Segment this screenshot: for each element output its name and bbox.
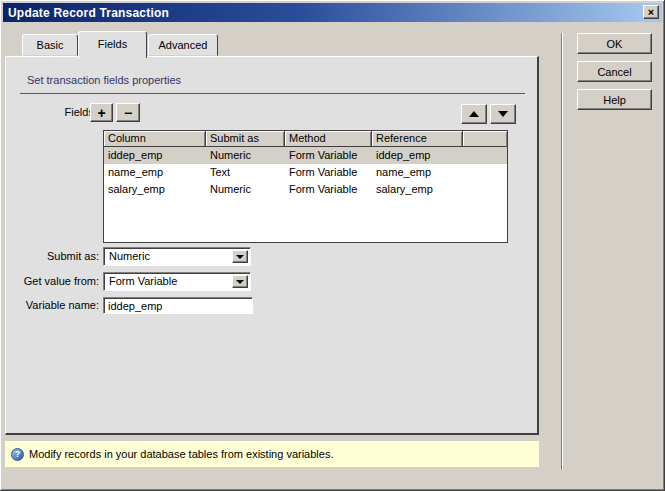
help-button[interactable]: Help: [577, 89, 652, 110]
cell-submit-as: Numeric: [206, 147, 285, 164]
submit-as-value: Numeric: [109, 249, 150, 264]
fields-label: Fields:: [6, 103, 97, 122]
ok-button[interactable]: OK: [577, 33, 652, 54]
cell-submit-as: Text: [206, 164, 285, 181]
tab-label: Fields: [98, 38, 127, 50]
cell-reference: iddep_emp: [372, 147, 463, 164]
add-field-button[interactable]: +: [90, 103, 113, 122]
cell-reference: salary_emp: [372, 181, 463, 198]
close-button[interactable]: ×: [643, 5, 659, 19]
plus-icon: +: [97, 106, 105, 120]
section-title: Set transaction fields properties: [27, 74, 181, 86]
arrow-down-icon: [498, 111, 508, 117]
submit-as-label: Submit as:: [6, 247, 99, 266]
variable-name-input[interactable]: [103, 297, 253, 314]
column-header-reference: Reference: [372, 131, 463, 146]
update-record-transaction-dialog: Update Record Transaction × Set transact…: [0, 0, 665, 491]
help-icon-glyph: ?: [15, 450, 21, 459]
column-header-filler: [463, 131, 507, 146]
move-down-button[interactable]: [490, 104, 516, 124]
tab-label: Basic: [37, 39, 64, 51]
variable-name-label: Variable name:: [6, 297, 99, 314]
column-header-submit-as: Submit as: [206, 131, 285, 146]
table-row[interactable]: salary_emp Numeric Form Variable salary_…: [104, 181, 507, 198]
ok-button-label: OK: [607, 38, 623, 50]
cell-method: Form Variable: [285, 164, 372, 181]
tab-fields[interactable]: Fields: [78, 31, 147, 58]
cell-column: name_emp: [104, 164, 206, 181]
arrow-up-icon: [469, 111, 479, 117]
cell-method: Form Variable: [285, 147, 372, 164]
vertical-divider: [561, 33, 563, 470]
help-button-label: Help: [603, 94, 626, 106]
table-row[interactable]: iddep_emp Numeric Form Variable iddep_em…: [104, 147, 507, 164]
column-header-method: Method: [285, 131, 372, 146]
status-text: Modify records in your database tables f…: [29, 448, 333, 460]
submit-as-select[interactable]: Numeric: [103, 247, 251, 266]
fields-tab-panel: Set transaction fields properties Fields…: [5, 56, 539, 435]
section-divider: [20, 93, 525, 94]
tab-basic[interactable]: Basic: [22, 34, 78, 56]
close-icon: ×: [648, 7, 654, 17]
minus-icon: −: [124, 106, 132, 120]
move-up-button[interactable]: [461, 104, 487, 124]
get-value-from-label: Get value from:: [6, 272, 99, 291]
remove-field-button[interactable]: −: [116, 103, 140, 122]
tab-advanced[interactable]: Advanced: [148, 34, 218, 56]
get-value-from-dropdown-button[interactable]: [232, 275, 248, 288]
get-value-from-select[interactable]: Form Variable: [103, 272, 251, 291]
cell-reference: name_emp: [372, 164, 463, 181]
status-bar: ? Modify records in your database tables…: [5, 441, 539, 467]
fields-table: Column Submit as Method Reference iddep_…: [103, 130, 508, 243]
chevron-down-icon: [236, 255, 244, 259]
cell-submit-as: Numeric: [206, 181, 285, 198]
help-icon: ?: [11, 448, 24, 461]
get-value-from-value: Form Variable: [109, 274, 177, 289]
column-header-column: Column: [104, 131, 206, 146]
cancel-button[interactable]: Cancel: [577, 61, 652, 82]
submit-as-dropdown-button[interactable]: [232, 250, 248, 263]
tab-label: Advanced: [159, 39, 208, 51]
title-bar: Update Record Transaction ×: [3, 3, 662, 22]
cancel-button-label: Cancel: [597, 66, 631, 78]
table-row[interactable]: name_emp Text Form Variable name_emp: [104, 164, 507, 181]
window-title: Update Record Transaction: [8, 6, 169, 20]
cell-column: iddep_emp: [104, 147, 206, 164]
cell-method: Form Variable: [285, 181, 372, 198]
cell-column: salary_emp: [104, 181, 206, 198]
fields-table-header: Column Submit as Method Reference: [104, 131, 507, 147]
chevron-down-icon: [236, 280, 244, 284]
